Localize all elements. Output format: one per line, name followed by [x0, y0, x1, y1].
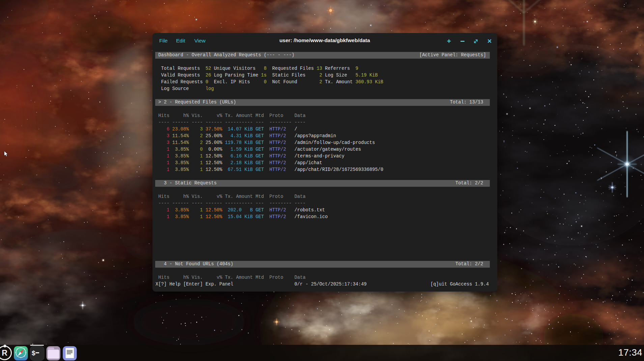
- svg-text:R: R: [2, 349, 7, 357]
- svg-text:$: $: [32, 350, 36, 357]
